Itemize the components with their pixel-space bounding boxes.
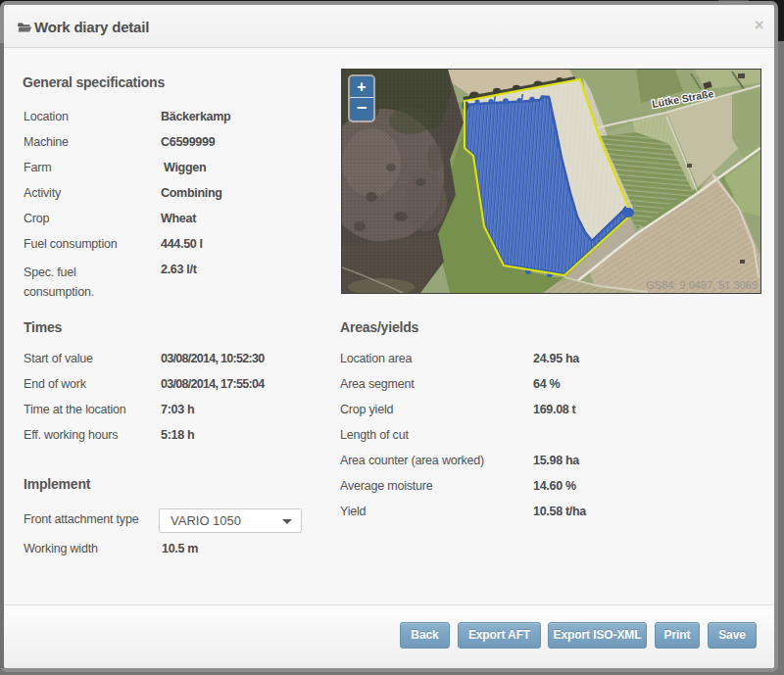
svg-text:GS84: 9.0497, 51.3069: GS84: 9.0497, 51.3069: [646, 279, 758, 291]
